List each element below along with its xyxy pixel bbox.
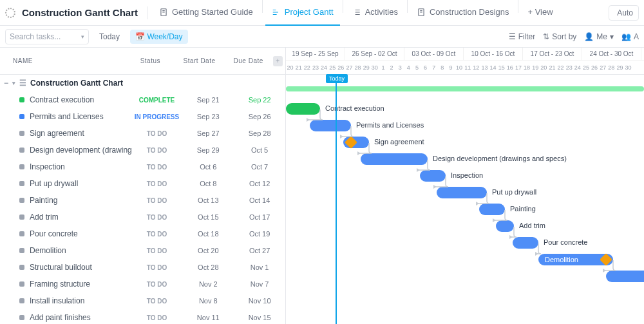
task-bar[interactable]: Painting <box>479 204 505 215</box>
task-bar[interactable]: Add trim <box>496 220 514 232</box>
tab-activities[interactable]: Activities <box>346 0 404 26</box>
gantt-row: Add trim <box>286 218 644 234</box>
status-cell[interactable]: TO DO <box>131 247 183 254</box>
task-bar[interactable]: Contract execution <box>286 103 320 115</box>
group-bar[interactable] <box>286 86 644 91</box>
list-icon <box>352 8 361 17</box>
due-date[interactable]: Oct 19 <box>234 230 285 238</box>
due-date[interactable]: Sep 28 <box>234 129 285 137</box>
due-date[interactable]: Sep 22 <box>234 96 285 104</box>
status-cell[interactable]: TO DO <box>131 231 183 238</box>
task-bar[interactable]: Pour concrete <box>513 237 538 249</box>
status-cell[interactable]: TO DO <box>131 214 183 221</box>
col-start[interactable]: Start Date <box>175 57 223 64</box>
due-date[interactable]: Nov 10 <box>234 297 285 305</box>
group-row[interactable]: − ▾ ☰ Construction Gantt Chart <box>0 75 285 91</box>
status-cell[interactable]: TO DO <box>131 130 183 137</box>
due-date[interactable]: Oct 27 <box>234 247 285 254</box>
status-cell[interactable]: TO DO <box>131 180 183 187</box>
task-row[interactable]: PaintingTO DOOct 13Oct 14 <box>0 192 285 209</box>
start-date[interactable]: Oct 13 <box>182 196 234 204</box>
today-button[interactable]: Today <box>94 30 125 44</box>
start-date[interactable]: Nov 11 <box>182 314 234 321</box>
task-row[interactable]: Pour concreteTO DOOct 18Oct 19 <box>0 225 285 242</box>
start-date[interactable]: Nov 8 <box>182 297 234 305</box>
status-cell[interactable]: TO DO <box>131 314 183 321</box>
status-cell[interactable]: TO DO <box>131 197 183 204</box>
assignee-button[interactable]: 👥 A <box>621 32 639 41</box>
scale-button[interactable]: 📅 Week/Day <box>130 30 187 44</box>
task-name: Sign agreement <box>30 129 84 138</box>
due-date[interactable]: Nov 1 <box>234 263 285 271</box>
task-row[interactable]: Add paint finishesTO DONov 11Nov 15 <box>0 309 285 324</box>
status-cell[interactable]: COMPLETE <box>131 97 183 104</box>
week-cell: 24 Oct - 30 Oct <box>582 48 641 60</box>
status-cell[interactable]: TO DO <box>131 298 183 305</box>
task-row[interactable]: Install insulationTO DONov 8Nov 10 <box>0 292 285 309</box>
add-column-button[interactable]: + <box>273 56 283 66</box>
col-due[interactable]: Due Date <box>224 57 273 64</box>
status-cell[interactable]: TO DO <box>131 147 183 154</box>
col-name[interactable]: NAME <box>0 57 126 64</box>
status-cell[interactable]: IN PROGRESS <box>131 113 183 120</box>
gantt-icon <box>272 8 281 17</box>
task-bar[interactable]: Inspection <box>420 170 446 182</box>
task-row[interactable]: Design development (drawings an...TO DOS… <box>0 142 285 158</box>
automation-button[interactable]: Auto <box>609 5 639 21</box>
due-date[interactable]: Oct 5 <box>234 146 285 154</box>
tab--view[interactable]: + View <box>521 0 559 26</box>
due-date[interactable]: Oct 17 <box>234 213 285 221</box>
tab-project-gantt[interactable]: Project Gantt <box>265 0 340 26</box>
task-bar[interactable]: Structural buildout <box>606 271 644 282</box>
col-status[interactable]: Status <box>126 57 175 64</box>
task-row[interactable]: Sign agreementTO DOSep 27Sep 28 <box>0 125 285 142</box>
task-list-pane: NAME Status Start Date Due Date + − ▾ ☰ … <box>0 48 286 324</box>
task-row[interactable]: Put up drywallTO DOOct 8Oct 12 <box>0 175 285 192</box>
start-date[interactable]: Sep 27 <box>182 129 234 137</box>
start-date[interactable]: Oct 18 <box>182 230 234 238</box>
due-date[interactable]: Nov 15 <box>234 314 285 321</box>
start-date[interactable]: Oct 15 <box>182 213 234 221</box>
sort-button[interactable]: ⇅ Sort by <box>543 32 576 41</box>
chevron-down-icon: ▾ <box>81 33 84 40</box>
start-date[interactable]: Sep 21 <box>182 96 234 104</box>
task-row[interactable]: Framing structureTO DONov 2Nov 7 <box>0 276 285 292</box>
task-bar[interactable]: Put up drywall <box>437 187 487 198</box>
task-row[interactable]: Add trimTO DOOct 15Oct 17 <box>0 209 285 225</box>
me-filter-button[interactable]: 👤 Me ▾ <box>584 32 614 41</box>
task-name: Inspection <box>30 162 65 171</box>
day-cell: 30 <box>624 61 632 74</box>
start-date[interactable]: Sep 29 <box>182 146 234 154</box>
due-date[interactable]: Oct 7 <box>234 163 285 171</box>
filter-button[interactable]: ☰ Filter <box>509 32 536 41</box>
start-date[interactable]: Oct 8 <box>182 180 234 187</box>
bar-label: Inspection <box>451 171 483 179</box>
start-date[interactable]: Nov 2 <box>182 280 234 288</box>
due-date[interactable]: Oct 14 <box>234 196 285 204</box>
due-date[interactable]: Nov 7 <box>234 280 285 288</box>
start-date[interactable]: Oct 20 <box>182 247 234 254</box>
start-date[interactable]: Oct 28 <box>182 263 234 271</box>
start-date[interactable]: Sep 23 <box>182 113 234 120</box>
tab-getting-started-guide[interactable]: Getting Started Guide <box>153 0 260 26</box>
collapse-icon[interactable]: − <box>4 79 8 88</box>
start-date[interactable]: Oct 6 <box>182 163 234 171</box>
gantt-pane[interactable]: 19 Sep - 25 Sep26 Sep - 02 Oct03 Oct - 0… <box>286 48 644 324</box>
task-bar[interactable]: Design development (drawings and specs) <box>361 153 428 165</box>
task-row[interactable]: InspectionTO DOOct 6Oct 7 <box>0 158 285 175</box>
due-date[interactable]: Sep 26 <box>234 113 285 120</box>
status-cell[interactable]: TO DO <box>131 281 183 288</box>
gantt-row: Add paint finishes <box>286 318 644 324</box>
search-input[interactable]: Search tasks... ▾ <box>5 29 89 44</box>
week-cell: 17 Oct - 23 Oct <box>523 48 582 60</box>
day-cell: 20 <box>286 61 294 74</box>
tab-construction-designs[interactable]: Construction Designs <box>410 0 516 26</box>
task-row[interactable]: Permits and LicensesIN PROGRESSSep 23Sep… <box>0 108 285 125</box>
task-row[interactable]: DemolitionTO DOOct 20Oct 27 <box>0 242 285 259</box>
status-cell[interactable]: TO DO <box>131 264 183 271</box>
task-row[interactable]: Structural buildoutTO DOOct 28Nov 1 <box>0 259 285 276</box>
task-bar[interactable]: Permits and Licenses <box>310 120 351 131</box>
status-cell[interactable]: TO DO <box>131 164 183 171</box>
task-row[interactable]: Contract executionCOMPLETESep 21Sep 22 <box>0 91 285 108</box>
due-date[interactable]: Oct 12 <box>234 180 285 187</box>
